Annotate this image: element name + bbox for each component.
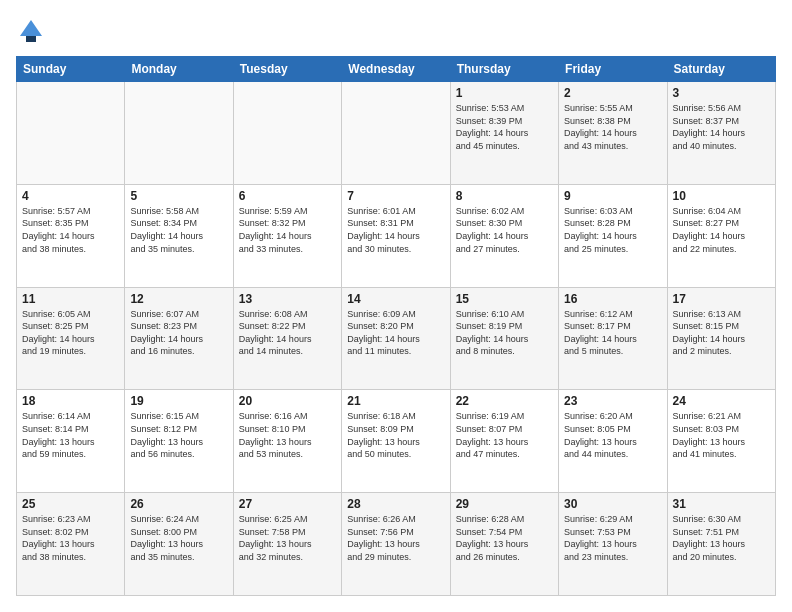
calendar-cell: 10Sunrise: 6:04 AM Sunset: 8:27 PM Dayli… [667, 184, 775, 287]
day-number: 8 [456, 189, 553, 203]
col-header-tuesday: Tuesday [233, 57, 341, 82]
calendar-cell: 20Sunrise: 6:16 AM Sunset: 8:10 PM Dayli… [233, 390, 341, 493]
calendar-cell: 5Sunrise: 5:58 AM Sunset: 8:34 PM Daylig… [125, 184, 233, 287]
calendar-week-3: 11Sunrise: 6:05 AM Sunset: 8:25 PM Dayli… [17, 287, 776, 390]
calendar-cell: 29Sunrise: 6:28 AM Sunset: 7:54 PM Dayli… [450, 493, 558, 596]
day-info: Sunrise: 6:13 AM Sunset: 8:15 PM Dayligh… [673, 308, 770, 358]
day-number: 15 [456, 292, 553, 306]
col-header-saturday: Saturday [667, 57, 775, 82]
day-info: Sunrise: 6:23 AM Sunset: 8:02 PM Dayligh… [22, 513, 119, 563]
day-info: Sunrise: 6:01 AM Sunset: 8:31 PM Dayligh… [347, 205, 444, 255]
day-number: 6 [239, 189, 336, 203]
calendar-cell: 17Sunrise: 6:13 AM Sunset: 8:15 PM Dayli… [667, 287, 775, 390]
calendar-cell [233, 82, 341, 185]
day-info: Sunrise: 6:30 AM Sunset: 7:51 PM Dayligh… [673, 513, 770, 563]
calendar-cell [125, 82, 233, 185]
day-number: 26 [130, 497, 227, 511]
calendar-cell: 30Sunrise: 6:29 AM Sunset: 7:53 PM Dayli… [559, 493, 667, 596]
calendar-week-5: 25Sunrise: 6:23 AM Sunset: 8:02 PM Dayli… [17, 493, 776, 596]
day-info: Sunrise: 6:04 AM Sunset: 8:27 PM Dayligh… [673, 205, 770, 255]
day-number: 2 [564, 86, 661, 100]
calendar-header-row: SundayMondayTuesdayWednesdayThursdayFrid… [17, 57, 776, 82]
day-number: 20 [239, 394, 336, 408]
day-number: 28 [347, 497, 444, 511]
day-info: Sunrise: 6:08 AM Sunset: 8:22 PM Dayligh… [239, 308, 336, 358]
day-number: 19 [130, 394, 227, 408]
calendar-cell: 8Sunrise: 6:02 AM Sunset: 8:30 PM Daylig… [450, 184, 558, 287]
day-number: 23 [564, 394, 661, 408]
day-number: 3 [673, 86, 770, 100]
day-number: 9 [564, 189, 661, 203]
day-info: Sunrise: 6:15 AM Sunset: 8:12 PM Dayligh… [130, 410, 227, 460]
day-info: Sunrise: 5:53 AM Sunset: 8:39 PM Dayligh… [456, 102, 553, 152]
header [16, 16, 776, 46]
calendar-cell: 23Sunrise: 6:20 AM Sunset: 8:05 PM Dayli… [559, 390, 667, 493]
svg-marker-1 [20, 20, 42, 36]
col-header-wednesday: Wednesday [342, 57, 450, 82]
logo-icon [16, 16, 46, 46]
day-info: Sunrise: 5:57 AM Sunset: 8:35 PM Dayligh… [22, 205, 119, 255]
day-number: 11 [22, 292, 119, 306]
calendar-cell [17, 82, 125, 185]
col-header-monday: Monday [125, 57, 233, 82]
day-info: Sunrise: 5:55 AM Sunset: 8:38 PM Dayligh… [564, 102, 661, 152]
day-number: 30 [564, 497, 661, 511]
col-header-sunday: Sunday [17, 57, 125, 82]
calendar-cell: 26Sunrise: 6:24 AM Sunset: 8:00 PM Dayli… [125, 493, 233, 596]
calendar-cell: 31Sunrise: 6:30 AM Sunset: 7:51 PM Dayli… [667, 493, 775, 596]
day-info: Sunrise: 6:03 AM Sunset: 8:28 PM Dayligh… [564, 205, 661, 255]
calendar: SundayMondayTuesdayWednesdayThursdayFrid… [16, 56, 776, 596]
day-info: Sunrise: 6:14 AM Sunset: 8:14 PM Dayligh… [22, 410, 119, 460]
day-info: Sunrise: 6:21 AM Sunset: 8:03 PM Dayligh… [673, 410, 770, 460]
day-number: 31 [673, 497, 770, 511]
calendar-cell: 11Sunrise: 6:05 AM Sunset: 8:25 PM Dayli… [17, 287, 125, 390]
calendar-cell: 7Sunrise: 6:01 AM Sunset: 8:31 PM Daylig… [342, 184, 450, 287]
calendar-cell: 18Sunrise: 6:14 AM Sunset: 8:14 PM Dayli… [17, 390, 125, 493]
calendar-cell: 13Sunrise: 6:08 AM Sunset: 8:22 PM Dayli… [233, 287, 341, 390]
day-number: 22 [456, 394, 553, 408]
day-info: Sunrise: 5:56 AM Sunset: 8:37 PM Dayligh… [673, 102, 770, 152]
day-number: 7 [347, 189, 444, 203]
calendar-cell: 16Sunrise: 6:12 AM Sunset: 8:17 PM Dayli… [559, 287, 667, 390]
day-info: Sunrise: 6:18 AM Sunset: 8:09 PM Dayligh… [347, 410, 444, 460]
day-number: 10 [673, 189, 770, 203]
col-header-friday: Friday [559, 57, 667, 82]
day-number: 17 [673, 292, 770, 306]
day-info: Sunrise: 6:16 AM Sunset: 8:10 PM Dayligh… [239, 410, 336, 460]
calendar-cell: 25Sunrise: 6:23 AM Sunset: 8:02 PM Dayli… [17, 493, 125, 596]
day-info: Sunrise: 5:59 AM Sunset: 8:32 PM Dayligh… [239, 205, 336, 255]
calendar-cell: 24Sunrise: 6:21 AM Sunset: 8:03 PM Dayli… [667, 390, 775, 493]
day-info: Sunrise: 6:10 AM Sunset: 8:19 PM Dayligh… [456, 308, 553, 358]
day-number: 14 [347, 292, 444, 306]
logo [16, 16, 50, 46]
calendar-cell: 2Sunrise: 5:55 AM Sunset: 8:38 PM Daylig… [559, 82, 667, 185]
calendar-cell: 15Sunrise: 6:10 AM Sunset: 8:19 PM Dayli… [450, 287, 558, 390]
day-info: Sunrise: 6:29 AM Sunset: 7:53 PM Dayligh… [564, 513, 661, 563]
day-number: 21 [347, 394, 444, 408]
day-number: 12 [130, 292, 227, 306]
day-info: Sunrise: 6:02 AM Sunset: 8:30 PM Dayligh… [456, 205, 553, 255]
day-number: 4 [22, 189, 119, 203]
day-number: 27 [239, 497, 336, 511]
calendar-cell: 27Sunrise: 6:25 AM Sunset: 7:58 PM Dayli… [233, 493, 341, 596]
calendar-cell [342, 82, 450, 185]
day-number: 24 [673, 394, 770, 408]
calendar-cell: 6Sunrise: 5:59 AM Sunset: 8:32 PM Daylig… [233, 184, 341, 287]
day-info: Sunrise: 6:09 AM Sunset: 8:20 PM Dayligh… [347, 308, 444, 358]
day-info: Sunrise: 6:07 AM Sunset: 8:23 PM Dayligh… [130, 308, 227, 358]
day-info: Sunrise: 6:24 AM Sunset: 8:00 PM Dayligh… [130, 513, 227, 563]
calendar-cell: 9Sunrise: 6:03 AM Sunset: 8:28 PM Daylig… [559, 184, 667, 287]
calendar-week-1: 1Sunrise: 5:53 AM Sunset: 8:39 PM Daylig… [17, 82, 776, 185]
day-number: 16 [564, 292, 661, 306]
calendar-cell: 14Sunrise: 6:09 AM Sunset: 8:20 PM Dayli… [342, 287, 450, 390]
day-number: 25 [22, 497, 119, 511]
calendar-week-4: 18Sunrise: 6:14 AM Sunset: 8:14 PM Dayli… [17, 390, 776, 493]
day-number: 5 [130, 189, 227, 203]
day-info: Sunrise: 6:12 AM Sunset: 8:17 PM Dayligh… [564, 308, 661, 358]
day-number: 29 [456, 497, 553, 511]
day-info: Sunrise: 6:28 AM Sunset: 7:54 PM Dayligh… [456, 513, 553, 563]
calendar-cell: 19Sunrise: 6:15 AM Sunset: 8:12 PM Dayli… [125, 390, 233, 493]
day-number: 1 [456, 86, 553, 100]
day-number: 18 [22, 394, 119, 408]
calendar-cell: 1Sunrise: 5:53 AM Sunset: 8:39 PM Daylig… [450, 82, 558, 185]
